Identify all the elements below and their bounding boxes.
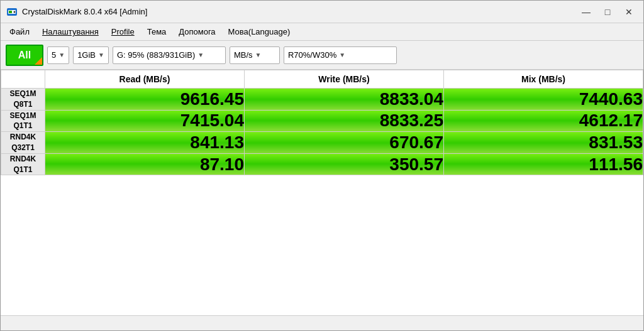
row-read: 7415.04 xyxy=(45,110,245,132)
row-mix: 4612.17 xyxy=(444,110,643,132)
col-write: Write (MB/s) xyxy=(245,70,444,89)
size-dropdown[interactable]: 1GiB ▼ xyxy=(73,46,109,64)
table-row: RND4KQ32T1841.13670.67831.53 xyxy=(1,132,643,154)
unit-dropdown[interactable]: MB/s ▼ xyxy=(230,46,280,64)
maximize-button[interactable]: □ xyxy=(598,5,617,19)
table-row: RND4KQ1T187.10350.57111.56 xyxy=(1,153,643,175)
benchmark-table: Read (MB/s) Write (MB/s) Mix (MB/s) SEQ1… xyxy=(1,70,643,175)
svg-point-3 xyxy=(14,11,16,13)
profile-dropdown-chevron: ▼ xyxy=(339,52,345,58)
profile-dropdown[interactable]: R70%/W30% ▼ xyxy=(284,46,397,64)
svg-rect-2 xyxy=(9,11,12,13)
menu-help[interactable]: Допомога xyxy=(174,25,220,38)
menu-profile[interactable]: Profile xyxy=(106,25,140,38)
drive-dropdown[interactable]: G: 95% (883/931GiB) ▼ xyxy=(113,46,226,64)
menubar: Файл Налаштування Profile Тема Допомога … xyxy=(1,23,643,41)
statusbar xyxy=(1,315,643,330)
row-mix: 7440.63 xyxy=(444,89,643,111)
unit-dropdown-chevron: ▼ xyxy=(255,52,262,58)
row-mix: 831.53 xyxy=(444,132,643,154)
col-mix: Mix (MB/s) xyxy=(444,70,643,89)
row-write: 8833.25 xyxy=(245,110,444,132)
table-header-row: Read (MB/s) Write (MB/s) Mix (MB/s) xyxy=(1,70,643,89)
table-row: SEQ1MQ1T17415.048833.254612.17 xyxy=(1,110,643,132)
toolbar: All 5 ▼ 1GiB ▼ G: 95% (883/931GiB) ▼ MB/… xyxy=(1,41,643,70)
col-label xyxy=(1,70,45,89)
table-row: SEQ1MQ8T19616.458833.047440.63 xyxy=(1,89,643,111)
titlebar-controls: — □ ✕ xyxy=(577,5,638,19)
menu-settings[interactable]: Налаштування xyxy=(37,25,104,38)
row-label: RND4KQ32T1 xyxy=(1,132,45,154)
close-button[interactable]: ✕ xyxy=(619,5,638,19)
count-dropdown[interactable]: 5 ▼ xyxy=(47,46,69,64)
titlebar-title: CrystalDiskMark 8.0.4 x64 [Admin] xyxy=(22,7,147,16)
titlebar: CrystalDiskMark 8.0.4 x64 [Admin] — □ ✕ xyxy=(1,1,643,23)
row-label: SEQ1MQ8T1 xyxy=(1,89,45,111)
count-dropdown-chevron: ▼ xyxy=(58,52,65,58)
row-label: RND4KQ1T1 xyxy=(1,153,45,175)
app-window: CrystalDiskMark 8.0.4 x64 [Admin] — □ ✕ … xyxy=(0,0,644,331)
row-label: SEQ1MQ1T1 xyxy=(1,110,45,132)
all-button[interactable]: All xyxy=(6,45,43,66)
row-read: 9616.45 xyxy=(45,89,245,111)
titlebar-left: CrystalDiskMark 8.0.4 x64 [Admin] xyxy=(6,6,147,18)
row-write: 670.67 xyxy=(245,132,444,154)
menu-file[interactable]: Файл xyxy=(4,25,35,38)
minimize-button[interactable]: — xyxy=(577,5,596,19)
menu-theme[interactable]: Тема xyxy=(142,25,172,38)
drive-dropdown-chevron: ▼ xyxy=(197,52,204,58)
main-content: Read (MB/s) Write (MB/s) Mix (MB/s) SEQ1… xyxy=(1,70,643,315)
size-dropdown-chevron: ▼ xyxy=(98,52,104,58)
row-write: 8833.04 xyxy=(245,89,444,111)
row-write: 350.57 xyxy=(245,153,444,175)
col-read: Read (MB/s) xyxy=(45,70,245,89)
row-read: 841.13 xyxy=(45,132,245,154)
row-read: 87.10 xyxy=(45,153,245,175)
menu-language[interactable]: Мова(Language) xyxy=(223,25,296,38)
app-icon xyxy=(6,6,18,18)
row-mix: 111.56 xyxy=(444,153,643,175)
